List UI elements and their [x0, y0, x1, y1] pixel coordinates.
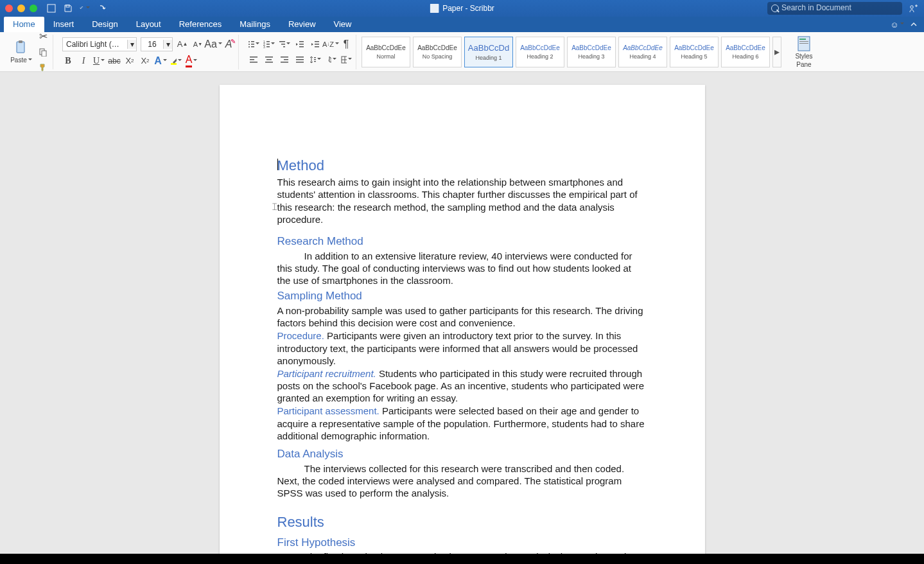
underline-button[interactable]: U	[93, 55, 105, 67]
bullets-icon[interactable]	[248, 39, 259, 50]
highlight-icon[interactable]	[170, 55, 182, 67]
emoji-help-icon[interactable]: ☺	[892, 19, 902, 30]
body-text[interactable]: Participant recruitment. Students who pa…	[277, 367, 647, 405]
tab-design[interactable]: Design	[83, 17, 126, 32]
show-marks-icon[interactable]: ¶	[340, 39, 352, 50]
document-canvas[interactable]: 𝙸 Method This research aims to gain insi…	[0, 72, 924, 554]
tab-home[interactable]: Home	[4, 17, 44, 32]
bold-button[interactable]: B	[62, 55, 74, 67]
document-page[interactable]: 𝙸 Method This research aims to gain insi…	[220, 85, 705, 554]
svg-point-13	[248, 46, 250, 48]
title-text: Paper - Scribbr	[442, 4, 494, 13]
multilevel-icon[interactable]	[279, 39, 290, 50]
svg-point-9	[248, 41, 250, 42]
font-size-select[interactable]: 16▾	[141, 37, 173, 51]
close-window[interactable]	[5, 4, 13, 12]
clipboard-group: Paste ✂	[4, 35, 53, 69]
text-effects-icon[interactable]: A	[155, 55, 166, 67]
superscript-button[interactable]: X2	[139, 55, 151, 67]
style-heading-2[interactable]: AaBbCcDdEeHeading 2	[516, 37, 564, 67]
autosave-icon[interactable]	[46, 3, 57, 13]
align-center-icon[interactable]	[263, 54, 275, 66]
strike-button[interactable]: abc	[109, 55, 120, 67]
style-heading-3[interactable]: AaBbCcDdEeHeading 3	[567, 37, 616, 67]
cut-icon[interactable]: ✂	[37, 31, 49, 42]
styles-pane-button[interactable]: Styles Pane	[790, 35, 817, 69]
shrink-font-icon[interactable]: A▼	[192, 39, 204, 50]
save-icon[interactable]	[63, 3, 73, 13]
style-heading-5[interactable]: AaBbCcDdEeHeading 5	[670, 37, 719, 67]
svg-rect-28	[315, 44, 319, 45]
tab-mailings[interactable]: Mailings	[231, 17, 279, 32]
minimize-window[interactable]	[17, 4, 25, 12]
ribbon-tabs: Home Insert Design Layout References Mai…	[0, 17, 924, 32]
title-bar: Paper - Scribbr Search in Document	[0, 0, 924, 17]
style-no-spacing[interactable]: AaBbCcDdEeNo Spacing	[413, 37, 462, 67]
body-text[interactable]: The first hypothesis was tested using a …	[277, 551, 647, 554]
svg-rect-2	[430, 4, 439, 13]
zoom-window[interactable]	[30, 4, 37, 12]
subscript-button[interactable]: X2	[124, 55, 135, 67]
run-in-assessment: Participant assessment.	[277, 405, 379, 416]
more-styles-icon[interactable]: ▸	[772, 37, 781, 67]
tab-review[interactable]: Review	[279, 17, 325, 32]
svg-rect-27	[315, 41, 319, 42]
paste-button[interactable]: Paste	[8, 35, 35, 69]
tab-references[interactable]: References	[170, 17, 231, 32]
tab-insert[interactable]: Insert	[44, 17, 83, 32]
align-right-icon[interactable]	[279, 54, 290, 66]
text-cursor-icon: 𝙸	[271, 200, 278, 213]
format-painter-icon[interactable]	[37, 62, 49, 73]
svg-rect-24	[299, 41, 304, 42]
shading-icon[interactable]	[325, 54, 336, 66]
clear-format-icon[interactable]: A✎	[223, 39, 234, 50]
body-text[interactable]: This research aims to gain insight into …	[277, 176, 647, 225]
svg-rect-40	[296, 59, 304, 60]
body-text[interactable]: In addition to an extensive literature r…	[277, 250, 647, 287]
collapse-ribbon-icon[interactable]	[909, 19, 919, 30]
svg-rect-49	[799, 39, 806, 40]
quick-access-toolbar	[46, 3, 107, 13]
style-normal[interactable]: AaBbCcDdEeNormal	[362, 37, 410, 67]
borders-icon[interactable]	[340, 54, 352, 66]
font-color-icon[interactable]: A	[186, 55, 197, 67]
body-text[interactable]: Procedure. Participants were given an in…	[277, 330, 647, 367]
style-heading-4[interactable]: AaBbCcDdEeHeading 4	[618, 37, 667, 67]
body-text[interactable]: The interviews collected for this resear…	[277, 463, 647, 500]
heading-research-method[interactable]: Research Method	[277, 234, 647, 249]
justify-icon[interactable]	[294, 54, 306, 66]
tab-view[interactable]: View	[325, 17, 361, 32]
heading-sampling-method[interactable]: Sampling Method	[277, 289, 647, 303]
svg-rect-42	[314, 57, 316, 58]
body-text[interactable]: Participant assessment. Participants wer…	[277, 405, 647, 442]
style-heading-1[interactable]: AaBbCcDdHeading 1	[464, 37, 513, 67]
line-spacing-icon[interactable]	[309, 54, 321, 66]
outdent-icon[interactable]	[294, 39, 306, 50]
heading-data-analysis[interactable]: Data Analysis	[277, 447, 647, 461]
undo-icon[interactable]	[80, 3, 90, 13]
body-text[interactable]: A non-probability sample was used to gat…	[277, 304, 647, 329]
align-left-icon[interactable]	[248, 54, 259, 66]
svg-rect-39	[296, 57, 304, 58]
copy-icon[interactable]	[37, 46, 49, 58]
share-icon[interactable]	[909, 3, 919, 13]
tab-layout[interactable]: Layout	[127, 17, 170, 32]
font-name-select[interactable]: Calibri Light (…▾	[62, 37, 137, 51]
sort-icon[interactable]: A↓Z	[325, 39, 336, 50]
heading-method[interactable]: Method	[277, 157, 647, 175]
redo-icon[interactable]	[96, 3, 107, 13]
indent-icon[interactable]	[309, 39, 321, 50]
run-in-recruitment: Participant recruitment.	[277, 368, 376, 379]
numbering-icon[interactable]: 123	[263, 39, 275, 50]
heading-first-hypothesis[interactable]: First Hypothesis	[277, 536, 647, 550]
grow-font-icon[interactable]: A▲	[177, 39, 188, 50]
svg-rect-29	[315, 46, 319, 48]
svg-rect-5	[19, 40, 22, 43]
run-in-procedure: Procedure.	[277, 330, 324, 341]
heading-results[interactable]: Results	[277, 513, 647, 531]
search-input[interactable]: Search in Document	[767, 2, 902, 15]
italic-button[interactable]: I	[78, 55, 89, 67]
change-case-icon[interactable]: Aa	[207, 39, 219, 50]
svg-rect-44	[314, 61, 316, 62]
style-heading-6[interactable]: AaBbCcDdEeHeading 6	[721, 37, 770, 67]
